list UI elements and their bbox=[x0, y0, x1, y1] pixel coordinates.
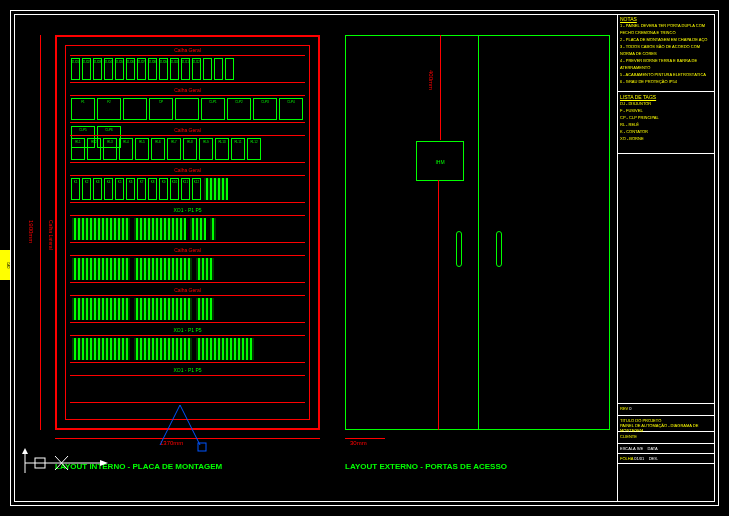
nota-item: 4 - PREVER BORNE TERRA E BARRA DE ATERRA… bbox=[620, 57, 713, 71]
terminal-row-8: XO1 - P1 P5 bbox=[70, 335, 305, 363]
tb-rev-label: REV bbox=[620, 406, 628, 411]
dim-height-text: 1900mm bbox=[28, 220, 34, 243]
nota-item: 6 - GRAU DE PROTEÇÃO IP54 bbox=[620, 78, 713, 85]
row-label: Calha Geral bbox=[70, 167, 305, 173]
cad-watermark: CAD bbox=[0, 250, 10, 280]
tb-sheet-label: FOLHA bbox=[620, 456, 633, 461]
component-row-4: Calha Geral K1K2K3K4K5K6K7K8K9K10K11K12 bbox=[70, 175, 305, 203]
nota-item: 3 - TODOS CABOS SÃO DE ACORDO COM NORMA … bbox=[620, 43, 713, 57]
tb-client-label: CLIENTE bbox=[620, 434, 637, 439]
row-label: XO1 - P1 P5 bbox=[70, 327, 305, 333]
notas-list: 1 - PAINEL DEVERÁ TER PORTA DUPLA COM FE… bbox=[620, 22, 713, 85]
nota-item: 2 - PLACA DE MONTAGEM EM CHAPA DE AÇO bbox=[620, 36, 713, 43]
door-handle-right bbox=[496, 231, 502, 267]
component-row-3: Calha Geral RL1RL2RL3RL4RL5RL6RL7RL8RL9R… bbox=[70, 135, 305, 163]
row-label: XO1 - P1 P5 bbox=[70, 367, 305, 373]
tb-sheet: 01/01 bbox=[634, 456, 644, 461]
door-handle-left bbox=[456, 231, 462, 267]
dim-ihm-v bbox=[440, 35, 441, 140]
tb-drawn-label: DES. bbox=[649, 456, 658, 461]
row-label: XO1 - P1 P5 bbox=[70, 207, 305, 213]
annotation-arrow-blue bbox=[150, 395, 210, 455]
svg-marker-4 bbox=[100, 460, 108, 466]
door-split bbox=[478, 36, 479, 429]
legenda-item: XO - BORNE bbox=[620, 135, 713, 142]
component-row-2: Calha Geral F1F2CPCLP1CLP2CLP3CLP4CLP5CL… bbox=[70, 95, 305, 123]
dim-gap-text: 30mm bbox=[350, 440, 367, 446]
row-label: Calha Geral bbox=[70, 47, 305, 53]
legenda-item: RL - RELÉ bbox=[620, 121, 713, 128]
row-label: Calha Geral bbox=[70, 287, 305, 293]
terminal-row-7: Calha Geral bbox=[70, 295, 305, 323]
tb-rev: 0 bbox=[629, 406, 631, 411]
svg-marker-2 bbox=[22, 448, 28, 454]
dim-gap bbox=[345, 438, 385, 439]
dim-ihm-text: 400mm bbox=[428, 70, 434, 90]
component-row-1: Calha Geral DJ01DJ02DJ03DJ04DJ05DJ06DJ07… bbox=[70, 55, 305, 83]
title-block: NOTAS 1 - PAINEL DEVERÁ TER PORTA DUPLA … bbox=[617, 14, 715, 502]
dim-side-label: Calha Lateral bbox=[48, 220, 54, 250]
internal-panel: Calha Geral DJ01DJ02DJ03DJ04DJ05DJ06DJ07… bbox=[55, 35, 320, 430]
tb-date-label: DATA bbox=[648, 446, 658, 451]
row-label: Calha Geral bbox=[70, 127, 305, 133]
legenda-list: DJ - DISJUNTORF - FUSÍVELCP - CLP PRINCI… bbox=[620, 100, 713, 142]
ihm-display: IHM bbox=[416, 141, 464, 181]
dim-ihm-center bbox=[438, 180, 439, 430]
caption-right: LAYOUT EXTERNO - PORTAS DE ACESSO bbox=[345, 462, 507, 471]
origin-marker-icon bbox=[20, 448, 110, 478]
nota-item: 5 - ACABAMENTO PINTURA ELETROSTÁTICA bbox=[620, 71, 713, 78]
tb-scale-label: ESCALA bbox=[620, 446, 636, 451]
legenda-item: CP - CLP PRINCIPAL bbox=[620, 114, 713, 121]
terminal-row-6: Calha Geral bbox=[70, 255, 305, 283]
nota-item: 1 - PAINEL DEVERÁ TER PORTA DUPLA COM FE… bbox=[620, 22, 713, 36]
row-label: Calha Geral bbox=[70, 247, 305, 253]
terminal-row-5: XO1 - P1 P5 bbox=[70, 215, 305, 243]
tb-scale: S/E bbox=[637, 446, 643, 451]
legenda-item: DJ - DISJUNTOR bbox=[620, 100, 713, 107]
dim-height bbox=[40, 35, 41, 430]
legenda-item: F - FUSÍVEL bbox=[620, 107, 713, 114]
row-label: Calha Geral bbox=[70, 87, 305, 93]
external-panel: IHM bbox=[345, 35, 610, 430]
legenda-item: K - CONTATOR bbox=[620, 128, 713, 135]
